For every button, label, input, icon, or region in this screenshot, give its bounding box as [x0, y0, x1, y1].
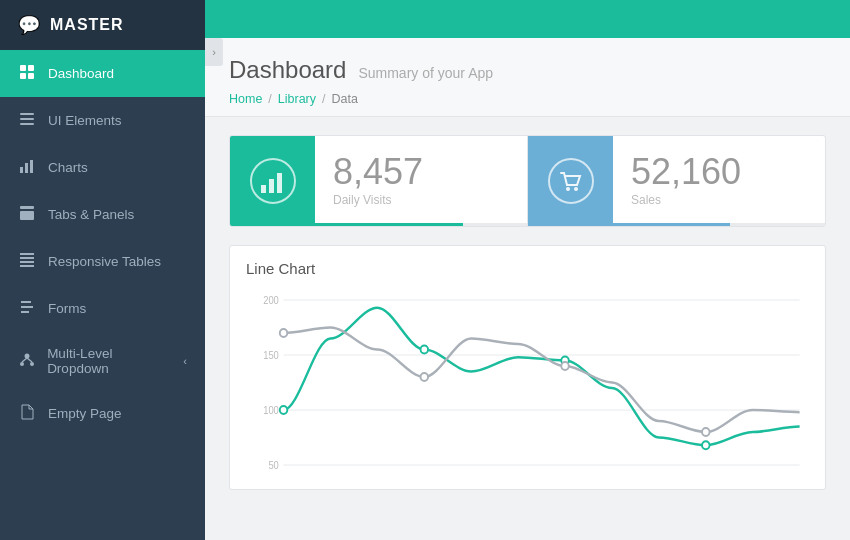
- chevron-icon: ‹: [183, 355, 187, 367]
- svg-point-41: [421, 373, 429, 381]
- svg-rect-7: [20, 167, 23, 173]
- svg-rect-14: [20, 261, 34, 263]
- svg-point-37: [421, 346, 429, 354]
- svg-text:100: 100: [263, 405, 279, 416]
- sidebar-label-tabs-panels: Tabs & Panels: [48, 207, 134, 222]
- daily-visits-card-body: 8,457 Daily Visits: [315, 136, 527, 223]
- main-content: › Dashboard Summary of your App Home / L…: [205, 0, 850, 540]
- sidebar-label-dashboard: Dashboard: [48, 66, 114, 81]
- sidebar-label-multi-level: Multi-Level Dropdown: [47, 346, 171, 376]
- breadcrumb-current: Data: [332, 92, 358, 106]
- breadcrumb-sep-2: /: [322, 92, 325, 106]
- sales-card-inner: 52,160 Sales: [613, 136, 825, 226]
- svg-text:50: 50: [268, 460, 279, 471]
- sidebar: 💬 MASTER Dashboard UI Elements Charts Ta…: [0, 0, 205, 540]
- sidebar-label-empty-page: Empty Page: [48, 406, 122, 421]
- daily-visits-label: Daily Visits: [333, 193, 509, 207]
- tabs-panels-icon: [18, 205, 36, 224]
- sales-progress: [613, 223, 825, 226]
- sales-icon-box: [528, 136, 613, 226]
- svg-rect-4: [20, 113, 34, 115]
- svg-point-40: [280, 329, 288, 337]
- breadcrumb-sep-1: /: [268, 92, 271, 106]
- line-chart: 20015010050: [246, 285, 809, 485]
- svg-rect-22: [261, 185, 266, 193]
- daily-visits-icon-box: [230, 136, 315, 226]
- daily-visits-progress-bar: [315, 223, 463, 226]
- svg-rect-10: [20, 206, 34, 209]
- page-header: Dashboard Summary of your App Home / Lib…: [205, 38, 850, 117]
- breadcrumb-home[interactable]: Home: [229, 92, 262, 106]
- svg-point-27: [574, 187, 578, 191]
- sidebar-label-charts: Charts: [48, 160, 88, 175]
- chart-section: Line Chart 20015010050: [229, 245, 826, 490]
- sales-label: Sales: [631, 193, 807, 207]
- svg-rect-8: [25, 163, 28, 173]
- sidebar-nav: Dashboard UI Elements Charts Tabs & Pane…: [0, 50, 205, 437]
- charts-icon: [18, 158, 36, 177]
- stat-card-sales: 52,160 Sales: [528, 136, 825, 226]
- page-title: Dashboard: [229, 56, 346, 84]
- svg-rect-5: [20, 118, 34, 120]
- sidebar-toggle-button[interactable]: ›: [205, 38, 223, 66]
- sidebar-item-multi-level[interactable]: Multi-Level Dropdown ‹: [0, 332, 205, 390]
- svg-point-36: [280, 406, 288, 414]
- multi-level-icon: [18, 352, 35, 371]
- svg-rect-15: [20, 265, 34, 267]
- responsive-tables-icon: [18, 252, 36, 271]
- sidebar-label-ui-elements: UI Elements: [48, 113, 122, 128]
- sidebar-logo: 💬 MASTER: [0, 0, 205, 50]
- sidebar-item-dashboard[interactable]: Dashboard: [0, 50, 205, 97]
- ui-elements-icon: [18, 111, 36, 130]
- sidebar-label-forms: Forms: [48, 301, 86, 316]
- breadcrumb: Home / Library / Data: [229, 92, 826, 106]
- dashboard-icon: [18, 64, 36, 83]
- logo-text: MASTER: [50, 16, 124, 34]
- svg-rect-3: [28, 73, 34, 79]
- svg-text:150: 150: [263, 350, 279, 361]
- svg-point-43: [702, 428, 710, 436]
- logo-icon: 💬: [18, 14, 40, 36]
- sidebar-item-empty-page[interactable]: Empty Page: [0, 390, 205, 437]
- svg-point-17: [20, 362, 24, 366]
- sales-number: 52,160: [631, 152, 807, 192]
- sidebar-item-tabs-panels[interactable]: Tabs & Panels: [0, 191, 205, 238]
- svg-rect-0: [20, 65, 26, 71]
- breadcrumb-library[interactable]: Library: [278, 92, 316, 106]
- sidebar-item-charts[interactable]: Charts: [0, 144, 205, 191]
- svg-rect-12: [20, 253, 34, 255]
- daily-visits-progress: [315, 223, 527, 226]
- svg-rect-13: [20, 257, 34, 259]
- chart-title: Line Chart: [246, 260, 809, 277]
- svg-line-19: [22, 358, 27, 362]
- sidebar-item-forms[interactable]: Forms: [0, 285, 205, 332]
- daily-visits-card-inner: 8,457 Daily Visits: [315, 136, 527, 226]
- svg-point-26: [566, 187, 570, 191]
- svg-point-25: [549, 159, 593, 203]
- svg-rect-24: [277, 173, 282, 193]
- sidebar-label-responsive-tables: Responsive Tables: [48, 254, 161, 269]
- stat-card-daily-visits: 8,457 Daily Visits: [230, 136, 528, 226]
- sales-progress-bar: [613, 223, 730, 226]
- forms-icon: [18, 299, 36, 318]
- sidebar-item-ui-elements[interactable]: UI Elements: [0, 97, 205, 144]
- stats-cards-row: 8,457 Daily Visits 52,160 Sales: [229, 135, 826, 227]
- svg-rect-1: [28, 65, 34, 71]
- svg-rect-6: [20, 123, 34, 125]
- svg-point-42: [561, 362, 569, 370]
- empty-page-icon: [18, 404, 36, 423]
- sidebar-item-responsive-tables[interactable]: Responsive Tables: [0, 238, 205, 285]
- sales-card-body: 52,160 Sales: [613, 136, 825, 223]
- svg-rect-23: [269, 179, 274, 193]
- svg-rect-2: [20, 73, 26, 79]
- page-content: Dashboard Summary of your App Home / Lib…: [205, 38, 850, 540]
- topbar: [205, 0, 850, 38]
- toggle-icon: ›: [212, 46, 216, 58]
- page-title-row: Dashboard Summary of your App: [229, 56, 826, 84]
- daily-visits-number: 8,457: [333, 152, 509, 192]
- page-subtitle: Summary of your App: [358, 65, 493, 81]
- svg-point-18: [30, 362, 34, 366]
- svg-point-39: [702, 441, 710, 449]
- svg-point-16: [24, 353, 29, 358]
- svg-text:200: 200: [263, 295, 279, 306]
